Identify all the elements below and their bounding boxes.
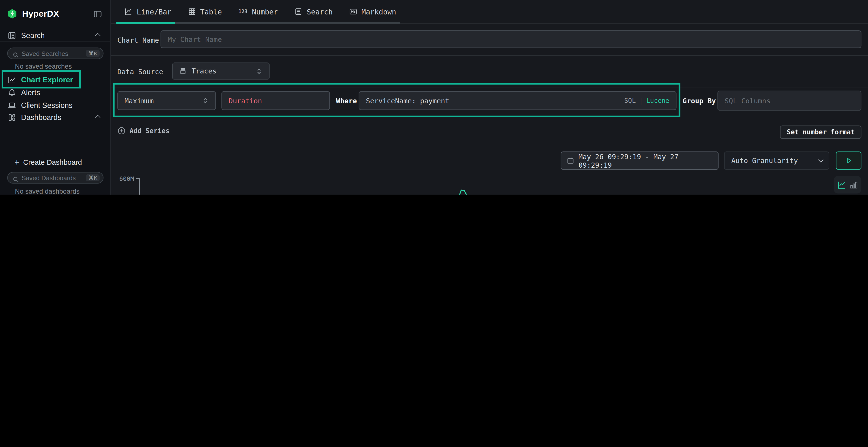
where-value: ServiceName: payment bbox=[366, 97, 450, 105]
calendar-icon bbox=[567, 157, 574, 164]
run-query-button[interactable] bbox=[836, 151, 862, 170]
select-chevrons-icon bbox=[202, 97, 209, 104]
chart-name-placeholder: My Chart Name bbox=[168, 35, 222, 43]
aggregation-value: Maximum bbox=[125, 97, 154, 105]
tab-number[interactable]: 123 Number bbox=[230, 0, 286, 23]
group-by-label: Group By bbox=[683, 97, 716, 105]
field-input[interactable]: Duration bbox=[221, 91, 330, 110]
shortcut-badge: ⌘K bbox=[86, 174, 100, 181]
shortcut-badge: ⌘K bbox=[86, 50, 100, 57]
sidebar-item-label: Chart Explorer bbox=[21, 75, 73, 83]
chevron-down-icon bbox=[818, 157, 824, 163]
sql-toggle[interactable]: SQL bbox=[624, 97, 636, 105]
tab-label: Line/Bar bbox=[137, 7, 172, 16]
add-series-label: Add Series bbox=[129, 127, 169, 135]
table-icon bbox=[188, 8, 196, 15]
saved-searches-input[interactable]: Saved Searches ⌘K bbox=[7, 47, 103, 59]
tab-label: Table bbox=[200, 7, 222, 16]
no-saved-dashboards-text: No saved dashboards bbox=[15, 187, 80, 195]
aggregation-select[interactable]: Maximum bbox=[117, 91, 216, 110]
tab-markdown[interactable]: Markdown bbox=[341, 0, 404, 23]
set-number-format-label: Set number format bbox=[787, 128, 855, 136]
data-source-value: Traces bbox=[191, 67, 217, 75]
chart-explorer-icon bbox=[8, 75, 16, 83]
create-dashboard-label: Create Dashboard bbox=[23, 158, 82, 166]
search-icon bbox=[13, 175, 19, 181]
saved-dashboards-input[interactable]: Saved Dashboards ⌘K bbox=[7, 172, 103, 183]
timeseries-chart[interactable]: 0150M300M450M600MMay 26 9:00:00 AM12:30:… bbox=[118, 176, 861, 195]
number-123-icon: 123 bbox=[239, 9, 247, 14]
bar-chart-toggle-icon[interactable] bbox=[849, 181, 858, 189]
divider bbox=[111, 56, 868, 56]
line-chart-toggle-icon[interactable] bbox=[837, 181, 845, 189]
sidebar-item-dashboards[interactable]: Dashboards bbox=[0, 110, 111, 124]
field-value: Duration bbox=[228, 97, 262, 105]
sidebar-item-label: Client Sessions bbox=[21, 101, 72, 109]
chart-name-input[interactable]: My Chart Name bbox=[161, 30, 862, 48]
play-icon bbox=[845, 157, 852, 164]
brand-row: HyperDX bbox=[0, 7, 111, 21]
data-source-select[interactable]: Traces bbox=[172, 62, 270, 79]
lucene-toggle[interactable]: Lucene bbox=[646, 97, 669, 105]
circle-plus-icon bbox=[117, 127, 126, 135]
create-dashboard-button[interactable]: + Create Dashboard bbox=[0, 157, 111, 168]
no-saved-searches-text: No saved searches bbox=[15, 62, 72, 70]
plus-icon: + bbox=[14, 158, 19, 166]
set-number-format-button[interactable]: Set number format bbox=[780, 126, 861, 139]
sidebar: HyperDX Search Saved Searches ⌘K No save… bbox=[0, 0, 111, 195]
chart-canvas: 0150M300M450M600MMay 26 9:00:00 AM12:30:… bbox=[118, 176, 861, 195]
line-chart-icon bbox=[125, 8, 132, 15]
tab-line-bar[interactable]: Line/Bar bbox=[116, 0, 180, 23]
tab-table[interactable]: Table bbox=[180, 0, 230, 23]
group-by-placeholder: SQL Columns bbox=[724, 97, 770, 105]
date-range-value: May 26 09:29:19 - May 27 09:29:19 bbox=[579, 152, 712, 169]
tab-label: Number bbox=[252, 7, 278, 16]
sidebar-item-label: Search bbox=[21, 31, 44, 39]
divider bbox=[0, 41, 111, 42]
bell-icon bbox=[8, 88, 16, 96]
hyperdx-logo-icon bbox=[7, 9, 17, 19]
tab-label: Markdown bbox=[362, 7, 396, 16]
tab-label: Search bbox=[307, 7, 333, 16]
app-window: HyperDX Search Saved Searches ⌘K No save… bbox=[0, 0, 868, 195]
sidebar-item-label: Dashboards bbox=[21, 113, 61, 122]
main-content: Line/Bar Table 123 Number Search bbox=[111, 0, 868, 195]
sidebar-collapse-icon[interactable] bbox=[94, 10, 102, 18]
search-icon bbox=[13, 50, 19, 56]
where-input[interactable]: ServiceName: payment SQL|Lucene bbox=[359, 91, 677, 110]
date-range-input[interactable]: May 26 09:29:19 - May 27 09:29:19 bbox=[561, 151, 718, 170]
divider bbox=[111, 87, 868, 87]
saved-searches-placeholder: Saved Searches bbox=[22, 50, 86, 57]
tab-strip-indicator bbox=[175, 22, 400, 24]
list-icon bbox=[294, 8, 302, 15]
select-chevrons-icon bbox=[256, 68, 262, 74]
query-language-toggle[interactable]: SQL|Lucene bbox=[624, 97, 669, 105]
data-source-label: Data Source bbox=[117, 67, 163, 76]
sidebar-item-chart-explorer[interactable]: Chart Explorer bbox=[0, 72, 111, 87]
where-label: Where bbox=[336, 97, 357, 105]
sidebar-item-client-sessions[interactable]: Client Sessions bbox=[0, 99, 111, 112]
search-section-icon bbox=[8, 31, 16, 39]
group-by-input[interactable]: SQL Columns bbox=[717, 91, 862, 111]
traces-source-icon bbox=[179, 67, 187, 75]
sidebar-item-alerts[interactable]: Alerts bbox=[0, 86, 111, 99]
saved-dashboards-placeholder: Saved Dashboards bbox=[22, 174, 86, 181]
chart-type-tabs: Line/Bar Table 123 Number Search bbox=[111, 0, 868, 24]
chart-display-toggle bbox=[834, 176, 862, 194]
markdown-icon bbox=[349, 8, 357, 15]
tab-search[interactable]: Search bbox=[286, 0, 341, 23]
brand-name: HyperDX bbox=[22, 9, 59, 19]
svg-text:600M: 600M bbox=[119, 176, 134, 182]
dashboards-icon bbox=[8, 113, 16, 122]
add-series-button[interactable]: Add Series bbox=[117, 127, 169, 135]
laptop-icon bbox=[8, 101, 16, 109]
toggle-separator: | bbox=[639, 97, 643, 105]
active-tab-indicator bbox=[116, 22, 175, 24]
chevron-up-icon[interactable] bbox=[95, 114, 100, 120]
granularity-select[interactable]: Auto Granularity bbox=[724, 151, 829, 170]
sidebar-item-search[interactable]: Search bbox=[0, 29, 111, 42]
chart-name-label: Chart Name bbox=[117, 36, 159, 44]
chevron-up-icon[interactable] bbox=[95, 33, 100, 38]
sidebar-item-label: Alerts bbox=[21, 88, 40, 96]
granularity-value: Auto Granularity bbox=[731, 157, 798, 165]
